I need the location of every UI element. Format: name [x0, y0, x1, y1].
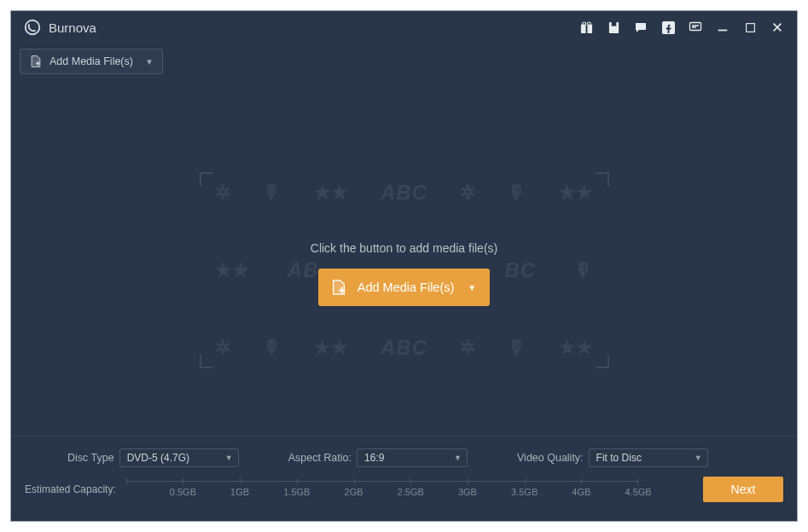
output-controls: Disc Type DVD-5 (4.7G) ▼ Aspect Ratio: 1…	[67, 447, 783, 469]
add-media-top-label: Add Media File(s)	[49, 55, 133, 67]
ruler-seg: 3GB	[410, 481, 468, 482]
stars-icon: ★★	[559, 182, 593, 204]
add-media-hint: Click the button to add media file(s)	[311, 241, 497, 255]
film-reel-icon: ✲	[460, 182, 475, 204]
chevron-down-icon: ▼	[145, 57, 154, 66]
stars-icon: ★★	[559, 337, 593, 359]
next-label: Next	[731, 483, 756, 496]
svg-point-5	[587, 21, 590, 25]
capacity-label: Estimated Capacity:	[25, 483, 116, 495]
disc-type-control: Disc Type DVD-5 (4.7G) ▼	[67, 448, 239, 467]
svg-rect-11	[746, 23, 754, 32]
ruler-tick: 0.5GB	[170, 487, 196, 497]
aspect-ratio-control: Aspect Ratio: 16:9 ▼	[288, 448, 468, 467]
ruler-seg: 2GB	[297, 481, 354, 482]
chat-icon[interactable]	[633, 20, 648, 35]
toolbar: Add Media File(s) ▼	[11, 43, 797, 74]
ruler-seg: 0.5GB	[126, 481, 183, 482]
chevron-down-icon: ▼	[695, 454, 702, 462]
app-logo-icon	[23, 18, 42, 37]
gift-icon[interactable]	[578, 20, 594, 35]
svg-rect-10	[718, 30, 728, 32]
center-content: Click the button to add media file(s) Ad…	[311, 241, 497, 306]
maximize-icon[interactable]	[742, 20, 758, 35]
ruler-tick: 4.5GB	[625, 487, 651, 497]
film-reel-icon: ✲	[215, 182, 230, 204]
next-button[interactable]: Next	[703, 477, 783, 502]
file-add-icon	[29, 55, 43, 68]
chevron-down-icon: ▼	[468, 283, 476, 292]
feedback-icon[interactable]	[688, 20, 703, 35]
microphone-icon: 🎙	[263, 182, 282, 204]
facebook-icon[interactable]	[660, 20, 676, 35]
film-reel-icon: ✲	[215, 337, 230, 359]
ruler-seg: 2.5GB	[354, 481, 411, 482]
ruler-tick: 2.5GB	[398, 487, 424, 497]
file-add-icon	[330, 279, 347, 296]
stars-icon: ★★	[314, 182, 348, 204]
add-media-center-label: Add Media File(s)	[357, 280, 455, 294]
microphone-icon: 🎙	[508, 337, 526, 359]
capacity-row: Estimated Capacity: 0.5GB1GB1.5GB2GB2.5G…	[25, 481, 783, 498]
aspect-ratio-label: Aspect Ratio:	[288, 452, 352, 464]
ruler-tick: 3GB	[458, 487, 477, 497]
video-quality-dropdown[interactable]: Fit to Disc ▼	[589, 448, 708, 467]
bottom-panel: Disc Type DVD-5 (4.7G) ▼ Aspect Ratio: 1…	[11, 436, 797, 521]
abc-icon: ABC	[381, 336, 427, 360]
ruler-seg: 3.5GB	[468, 481, 525, 482]
capacity-ruler: 0.5GB1GB1.5GB2GB2.5GB3GB3.5GB4GB4.5GB	[126, 481, 638, 498]
ruler-tick: 1GB	[230, 487, 249, 497]
app-title: Burnova	[49, 20, 96, 35]
chevron-down-icon: ▼	[454, 454, 462, 462]
svg-rect-7	[611, 21, 616, 26]
svg-point-4	[582, 21, 585, 25]
save-icon[interactable]	[606, 20, 621, 35]
add-media-top-button[interactable]: Add Media File(s) ▼	[20, 49, 163, 74]
disc-type-label: Disc Type	[67, 452, 114, 464]
svg-rect-15	[340, 287, 342, 293]
ruler-seg: 1.5GB	[240, 481, 297, 482]
abc-icon: ABC	[381, 181, 427, 205]
film-reel-icon: ✲	[460, 337, 475, 359]
disc-type-dropdown[interactable]: DVD-5 (4.7G) ▼	[119, 448, 239, 467]
video-quality-value: Fit to Disc	[596, 452, 642, 464]
close-icon[interactable]	[770, 20, 785, 35]
ruler-tick: 3.5GB	[511, 487, 538, 497]
add-media-center-button[interactable]: Add Media File(s) ▼	[318, 269, 491, 306]
media-drop-area: ✲ 🎙 ★★ ABC ✲ 🎙 ★★ ★★ AB x x x BC 🎙 ✲ 🎙 ★	[11, 74, 797, 436]
aspect-ratio-dropdown[interactable]: 16:9 ▼	[357, 448, 468, 467]
svg-rect-13	[38, 61, 39, 66]
titlebar-actions	[578, 20, 785, 35]
svg-point-0	[26, 20, 40, 35]
ruler-seg: 4.5GB	[581, 481, 638, 482]
microphone-icon: 🎙	[508, 182, 526, 204]
microphone-icon: 🎙	[574, 259, 593, 281]
chevron-down-icon: ▼	[225, 454, 233, 462]
microphone-icon: 🎙	[263, 337, 282, 359]
app-window: Burnova Add Media File(s) ▼	[10, 10, 798, 522]
svg-rect-3	[585, 24, 587, 32]
video-quality-control: Video Quality: Fit to Disc ▼	[517, 448, 708, 467]
ruler-seg: 1GB	[183, 481, 240, 482]
titlebar: Burnova	[11, 11, 797, 43]
disc-type-value: DVD-5 (4.7G)	[127, 452, 189, 464]
svg-rect-9	[690, 23, 701, 31]
ruler-tick: 1.5GB	[283, 487, 310, 497]
video-quality-label: Video Quality:	[517, 452, 584, 464]
abc-icon: BC	[504, 258, 536, 282]
minimize-icon[interactable]	[715, 20, 730, 35]
ruler-tick: 4GB	[572, 487, 590, 497]
stars-icon: ★★	[215, 259, 249, 281]
ruler-tick: 2GB	[345, 487, 363, 497]
aspect-ratio-value: 16:9	[364, 452, 384, 464]
stars-icon: ★★	[314, 337, 348, 359]
ruler-seg: 4GB	[525, 481, 582, 482]
